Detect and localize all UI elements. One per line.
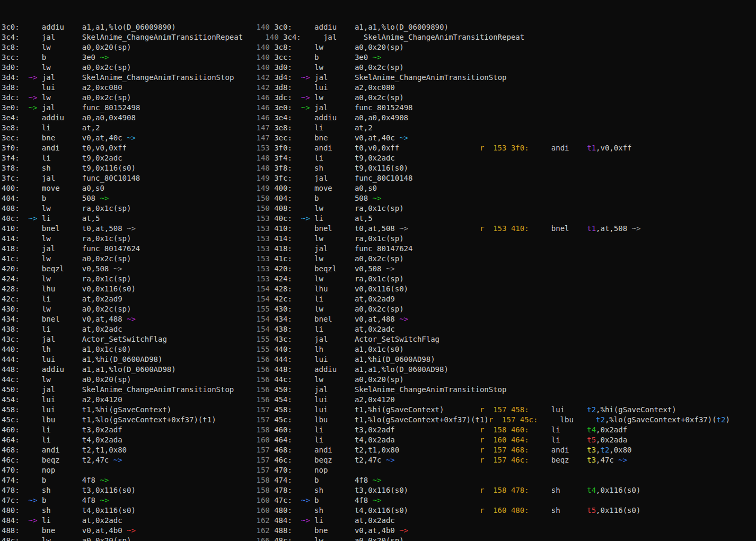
asm-row-478: 478: sh t3,0x116(s0) 158 478: sh t3,0x11… [2,485,756,495]
asm-row-3f4: 3f4: li t9,0x2adc 148 3f4: li t9,0x2adc [2,153,756,163]
asm-row-3d8: 3d8: lui a2,0xc080 142 3d8: lui a2,0xc08… [2,83,756,93]
asm-row-43c: 43c: jal Actor_SetSwitchFlag 155 43c: ja… [2,334,756,344]
asm-row-3ec: 3ec: bne v0,at,40c ~> 147 3ec: bne v0,at… [2,133,756,143]
asm-row-3e4: 3e4: addiu a0,a0,0x4908 146 3e4: addiu a… [2,113,756,123]
asm-row-3f0: 3f0: andi t0,v0,0xff 153 3f0: andi t0,v0… [2,143,756,153]
asm-row-42c: 42c: li at,0x2ad9 154 42c: li at,0x2ad9 [2,294,756,304]
asm-row-3c8: 3c8: lw a0,0x20(sp) 140 3c8: lw a0,0x20(… [2,42,756,52]
asm-row-488: 488: bne v0,at,4b0 ~> 162 488: bne v0,at… [2,526,756,536]
asm-row-408: 408: lw ra,0x1c(sp) 150 408: lw ra,0x1c(… [2,203,756,214]
asm-row-418: 418: jal func_80147624 153 418: jal func… [2,244,756,254]
asm-row-3e8: 3e8: li at,2 147 3e8: li at,2 [2,123,756,133]
asm-row-450: 450: jal SkelAnime_ChangeAnimTransitionS… [2,385,756,395]
asm-row-464: 464: li t4,0x2ada 160 464: li t4,0x2ada … [2,435,756,445]
asm-row-3fc: 3fc: jal func_80C10148 149 3fc: jal func… [2,173,756,183]
asm-row-3e0: 3e0: ~> jal func_80152498 146 3e0: ~> ja… [2,103,756,113]
asm-row-3d4: 3d4: ~> jal SkelAnime_ChangeAnimTransiti… [2,73,756,83]
asm-row-47c: 47c: ~> b 4f8 ~> 160 47c: ~> b 4f8 ~> [2,495,756,505]
asm-row-3c4: 3c4: jal SkelAnime_ChangeAnimTransitionR… [2,32,756,42]
asm-row-460: 460: li t3,0x2adf 158 460: li t3,0x2adf … [2,425,756,435]
asm-row-430: 430: lw a0,0x2c(sp) 155 430: lw a0,0x2c(… [2,304,756,314]
asm-row-458: 458: lui t1,%hi(gSaveContext) 157 458: l… [2,405,756,415]
asm-row-428: 428: lhu v0,0x116(s0) 154 428: lhu v0,0x… [2,284,756,294]
asm-row-474: 474: b 4f8 ~> 158 474: b 4f8 ~> [2,475,756,485]
asm-row-3d0: 3d0: lw a0,0x2c(sp) 140 3d0: lw a0,0x2c(… [2,63,756,73]
asm-row-438: 438: li at,0x2adc 154 438: li at,0x2adc [2,324,756,334]
asm-row-3dc: 3dc: ~> lw a0,0x2c(sp) 146 3dc: ~> lw a0… [2,93,756,103]
asm-row-44c: 44c: lw a0,0x20(sp) 156 44c: lw a0,0x20(… [2,375,756,385]
asm-row-444: 444: lui a1,%hi(D_0600AD98) 156 444: lui… [2,354,756,365]
asm-row-3c0: 3c0: addiu a1,a1,%lo(D_06009890) 140 3c0… [2,22,756,32]
asm-row-440: 440: lh a1,0x1c(s0) 155 440: lh a1,0x1c(… [2,344,756,354]
asm-row-3f8: 3f8: sh t9,0x116(s0) 148 3f8: sh t9,0x11… [2,163,756,173]
asm-row-484: 484: ~> li at,0x2adc 162 484: ~> li at,0… [2,516,756,526]
asm-row-48c: 48c: lw a0,0x20(sp) 166 48c: lw a0,0x20(… [2,536,756,541]
asm-row-480: 480: sh t4,0x116(s0) 160 480: sh t4,0x11… [2,505,756,516]
asm-row-46c: 46c: beqz t2,47c ~> 157 46c: beqz t2,47c… [2,455,756,465]
terminal-screen[interactable]: 3c0: addiu a1,a1,%lo(D_06009890) 140 3c0… [0,0,756,541]
asm-row-468: 468: andi t2,t1,0x80 157 468: andi t2,t1… [2,445,756,455]
asm-row-400: 400: move a0,s0 149 400: move a0,s0 [2,183,756,193]
asm-row-40c: 40c: ~> li at,5 153 40c: ~> li at,5 [2,214,756,224]
asm-row-448: 448: addiu a1,a1,%lo(D_0600AD98) 156 448… [2,365,756,375]
asm-row-410: 410: bnel t0,at,508 ~> 153 410: bnel t0,… [2,224,756,234]
asm-row-3cc: 3cc: b 3e0 ~> 140 3cc: b 3e0 ~> [2,52,756,63]
asm-row-404: 404: b 508 ~> 150 404: b 508 ~> [2,193,756,203]
asm-row-414: 414: lw ra,0x1c(sp) 153 414: lw ra,0x1c(… [2,234,756,244]
asm-row-424: 424: lw ra,0x1c(sp) 153 424: lw ra,0x1c(… [2,274,756,284]
terminal-rows: 3c0: addiu a1,a1,%lo(D_06009890) 140 3c0… [2,22,756,541]
asm-row-434: 434: bnel v0,at,488 ~> 154 434: bnel v0,… [2,314,756,324]
asm-row-420: 420: beqzl v0,508 ~> 153 420: beqzl v0,5… [2,264,756,274]
asm-row-45c: 45c: lbu t1,%lo(gSaveContext+0xf37)(t1) … [2,415,756,425]
asm-row-41c: 41c: lw a0,0x2c(sp) 153 41c: lw a0,0x2c(… [2,254,756,264]
asm-row-454: 454: lui a2,0x4120 156 454: lui a2,0x412… [2,395,756,405]
asm-row-470: 470: nop 157 470: nop [2,465,756,475]
